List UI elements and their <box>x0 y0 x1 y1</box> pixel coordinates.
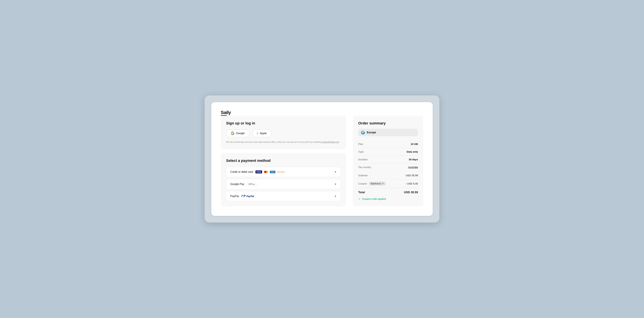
apple-button-label: Apple <box>260 132 267 135</box>
mastercard-icon <box>263 170 269 174</box>
payment-option-card[interactable]: Credit or debit card VISA <box>226 167 341 177</box>
paypal-chevron-icon: ▼ <box>334 195 336 198</box>
payment-title: Select a payment method <box>226 158 341 163</box>
payment-paypal-label: PayPal <box>230 195 239 198</box>
support-email-link[interactable]: support@saily.com <box>322 141 339 143</box>
coupon-remove-button[interactable]: ✕ <box>382 182 384 185</box>
order-title: Order summary <box>358 121 418 126</box>
order-card: Order summary 🌍 Europe Plan 10 GB T <box>353 116 423 206</box>
auth-buttons: Google  Apple <box>226 130 341 137</box>
right-panel: Order summary 🌍 Europe Plan 10 GB T <box>353 116 423 206</box>
card-chevron-icon: ▼ <box>334 170 336 173</box>
coupon-discount: - USD 5.40 <box>406 182 418 185</box>
total-value: USD 30.59 <box>404 191 418 194</box>
order-row-subtotal: Subtotal USD 35.99 <box>358 172 418 179</box>
plan-value: 10 GB <box>411 142 418 146</box>
coupon-success: ✓ Coupon code applied <box>358 197 418 201</box>
coupon-success-icon: ✓ <box>358 197 361 201</box>
apple-icon:  <box>257 132 258 135</box>
order-rows: Plan 10 GB Type Data only Duration 30 da… <box>358 140 418 171</box>
order-row-type: Type Data only <box>358 148 418 156</box>
plan-label: Plan <box>358 142 363 146</box>
tax-country-value[interactable]: Australia <box>408 166 418 168</box>
payment-gpay-left: Google Pay G P a y <box>230 182 257 186</box>
payment-section: Select a payment method Credit or debit … <box>221 153 346 206</box>
paypal-p-blue: P <box>241 194 243 198</box>
content-row: Sign up or log in Google <box>221 116 423 206</box>
google-button-label: Google <box>236 132 245 135</box>
card-icons: VISA AMEX <box>256 170 286 174</box>
notice-text: We will occasionally send you news about… <box>226 140 341 144</box>
amex-icon: AMEX <box>270 171 276 173</box>
subtotal-label: Subtotal <box>358 174 368 177</box>
payment-card-left: Credit or debit card VISA <box>230 170 286 174</box>
discover-icon: DISCOVER <box>276 170 286 174</box>
auth-title: Sign up or log in <box>226 121 341 126</box>
payment-paypal-left: PayPal P P PayPal <box>230 194 254 198</box>
type-value: Data only <box>406 150 418 153</box>
payment-card-label: Credit or debit card <box>230 170 253 174</box>
visa-icon: VISA <box>256 170 262 174</box>
type-label: Type <box>358 150 364 153</box>
duration-value: 30 days <box>409 158 418 161</box>
google-icon <box>231 132 234 135</box>
order-row-plan: Plan 10 GB <box>358 140 418 148</box>
gpay-chevron-icon: ▼ <box>334 183 336 186</box>
coupon-code: flighthacks <box>371 182 381 185</box>
paypal-badge: P P PayPal <box>241 194 254 198</box>
auth-section: Sign up or log in Google <box>221 116 346 149</box>
duration-label: Duration <box>358 158 368 161</box>
payment-option-paypal[interactable]: PayPal P P PayPal ▼ <box>226 191 341 201</box>
coupon-left: Coupon flighthacks ✕ <box>358 182 386 186</box>
logo: Saily <box>221 110 423 116</box>
left-panel: Sign up or log in Google <box>221 116 346 206</box>
payment-option-gpay[interactable]: Google Pay G P a y ▼ <box>226 179 341 189</box>
payment-gpay-label: Google Pay <box>230 183 244 186</box>
region-name: Europe <box>367 131 376 134</box>
order-row-duration: Duration 30 days <box>358 156 418 163</box>
total-row: Total USD 30.59 <box>358 188 418 196</box>
gpay-badge: G P a y <box>247 182 257 186</box>
paypal-p-dark: P <box>244 194 246 198</box>
tax-country-label: Tax country <box>358 166 371 168</box>
logo-text: Saily <box>221 110 423 115</box>
region-badge: 🌍 Europe <box>358 129 418 136</box>
outer-container: Saily Sign up or log in <box>204 96 440 222</box>
total-label: Total <box>358 191 365 194</box>
coupon-success-text: Coupon code applied <box>362 198 386 200</box>
coupon-row: Coupon flighthacks ✕ - USD 5.40 <box>358 179 418 188</box>
apple-button[interactable]:  Apple <box>252 130 272 137</box>
paypal-text: PayPal <box>246 195 254 198</box>
coupon-tag: flighthacks ✕ <box>369 182 386 186</box>
coupon-label: Coupon <box>358 182 367 185</box>
order-row-tax: Tax country Australia <box>358 163 418 171</box>
region-globe-icon: 🌍 <box>361 130 365 134</box>
subtotal-value: USD 35.99 <box>406 174 418 177</box>
google-button[interactable]: Google <box>226 130 250 137</box>
inner-card: Saily Sign up or log in <box>211 102 433 216</box>
subtotal-section: Subtotal USD 35.99 Coupon flighthacks ✕ <box>358 172 418 201</box>
